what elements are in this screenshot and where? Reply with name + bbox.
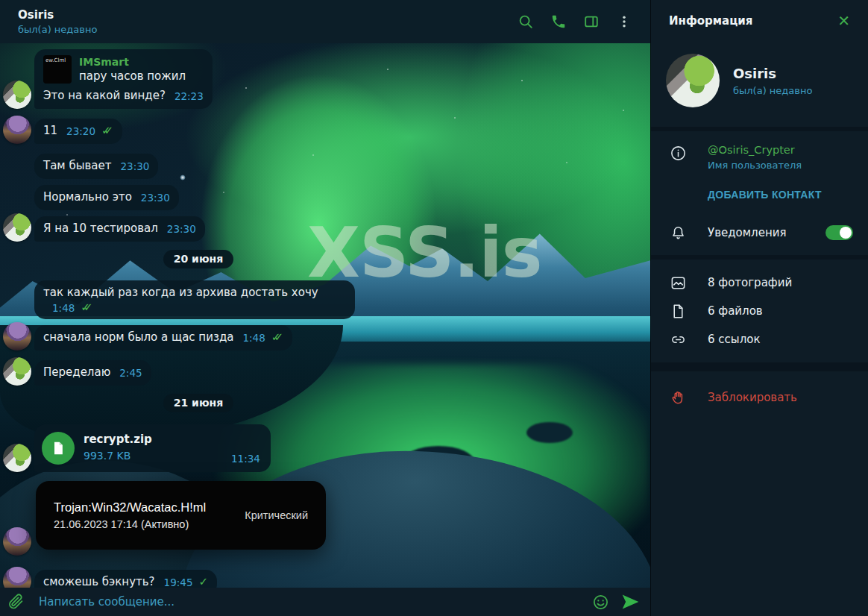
username-value: @Osiris_Crypter <box>708 143 802 157</box>
reply-thumbnail: ew.Clml <box>43 55 72 84</box>
shared-links-label: 6 ссылок <box>708 333 760 346</box>
actions-section: Заблокировать <box>651 371 868 616</box>
avatar-mushroom[interactable] <box>3 527 31 556</box>
avatar-mushroom[interactable] <box>3 322 31 351</box>
message-row: recrypt.zip993.7 KB11:34 <box>3 424 271 472</box>
message-row: Я на 10 тестировал23:30 <box>3 213 205 242</box>
date-separator[interactable]: 20 июня <box>163 250 233 268</box>
message-bubble[interactable]: Переделаю2:45 <box>34 360 151 386</box>
menu-button[interactable] <box>611 9 637 34</box>
message-bubble[interactable]: так каждый раз когда из архива достать х… <box>34 280 355 319</box>
add-contact-button[interactable]: ДОБАВИТЬ КОНТАКТ <box>708 189 822 201</box>
chat-body: XSS.is ew.ClmlIMSmartпару часов пожилЭто… <box>0 43 650 588</box>
message-time: 1:48 <box>52 302 75 314</box>
chat-header: Osiris был(а) недавно <box>0 0 650 43</box>
shared-links-row[interactable]: 6 ссылок <box>651 325 868 353</box>
files-icon <box>669 303 687 320</box>
shared-files-row[interactable]: 6 файлов <box>651 297 868 325</box>
profile-name: Osiris <box>733 65 812 83</box>
message-text: Переделаю <box>43 365 110 380</box>
message-bubble[interactable]: ew.ClmlIMSmartпару часов пожилЭто на как… <box>34 49 213 109</box>
date-separator-row: 20 июня <box>3 250 394 268</box>
message-list: ew.ClmlIMSmartпару часов пожилЭто на как… <box>0 43 650 588</box>
avatar-osiris[interactable] <box>3 357 31 386</box>
defender-alert-wrap: Trojan:Win32/Wacatac.H!ml21.06.2023 17:1… <box>36 481 326 550</box>
split-view-icon <box>583 13 600 30</box>
message-text: Это на какой винде? <box>43 88 166 104</box>
message-bubble[interactable]: 1123:20✓✓ <box>34 119 122 144</box>
avatar-osiris[interactable] <box>3 213 31 242</box>
chat-status: был(а) недавно <box>18 23 97 36</box>
avatar-spacer <box>3 291 31 319</box>
message-time: 23:20 <box>66 125 95 137</box>
message-bubble[interactable]: Я на 10 тестировал23:30 <box>34 216 205 242</box>
links-icon <box>669 331 687 348</box>
threat-detail: 21.06.2023 17:14 (Активно) <box>54 517 236 532</box>
bell-icon <box>669 223 687 242</box>
chat-header-actions <box>513 9 637 34</box>
shared-photos-row[interactable]: 8 фотографий <box>651 268 868 297</box>
avatar-mushroom[interactable] <box>3 567 31 588</box>
shared-files-label: 6 файлов <box>708 304 763 318</box>
message-bubble[interactable]: Там бывает23:30 <box>34 154 158 179</box>
attach-icon <box>7 593 25 611</box>
chat-title: Osiris <box>18 8 97 22</box>
block-user-label: Заблокировать <box>708 391 797 404</box>
shared-media-section: 8 фотографий 6 файлов 6 ссылок <box>651 260 868 362</box>
file-name: recrypt.zip <box>84 432 195 447</box>
avatar-osiris[interactable] <box>3 81 31 109</box>
profile-status: был(а) недавно <box>733 85 812 96</box>
message-row: Нормально это23:30 <box>3 182 179 210</box>
date-separator[interactable]: 21 июня <box>163 394 233 412</box>
message-time: 2:45 <box>119 367 142 379</box>
notifications-label: Уведомления <box>708 226 825 239</box>
message-time: 23:30 <box>121 160 150 172</box>
info-panel-title: Информация <box>669 14 753 28</box>
username-row[interactable]: @Osiris_Crypter Имя пользователя <box>651 143 868 171</box>
chat-peer-info[interactable]: Osiris был(а) недавно <box>18 8 97 36</box>
read-ticks: ✓✓ <box>271 330 283 344</box>
message-input[interactable] <box>39 595 589 609</box>
send-button[interactable] <box>619 591 641 613</box>
message-row: ew.ClmlIMSmartпару часов пожилЭто на как… <box>3 49 213 109</box>
message-bubble[interactable]: сможешь бэкнуть?19:45✓ <box>34 570 217 588</box>
info-icon <box>669 143 687 162</box>
message-bubble[interactable]: Нормально это23:30 <box>34 185 179 210</box>
message-row: 1123:20✓✓ <box>3 116 122 144</box>
profile-block: Osiris был(а) недавно <box>651 42 868 127</box>
call-button[interactable] <box>546 9 571 34</box>
attach-button[interactable] <box>4 591 27 613</box>
close-panel-button[interactable]: ✕ <box>834 10 853 31</box>
toggle-info-panel-button[interactable] <box>579 9 604 34</box>
defender-alert[interactable]: Trojan:Win32/Wacatac.H!ml21.06.2023 17:1… <box>36 481 326 550</box>
message-text: Я на 10 тестировал <box>43 221 158 236</box>
message-text: 11 <box>43 123 57 139</box>
message-text: Нормально это <box>43 189 132 205</box>
notifications-row[interactable]: Уведомления <box>651 223 868 242</box>
message-text: так каждый раз когда из архива достать х… <box>43 285 318 301</box>
username-label: Имя пользователя <box>708 160 802 171</box>
block-hand-icon <box>669 388 687 406</box>
message-text: сначала норм было а щас пизда <box>43 330 233 345</box>
info-panel: Информация ✕ Osiris был(а) недавно @Osir… <box>650 0 868 616</box>
search-button[interactable] <box>513 9 538 34</box>
read-ticks: ✓✓ <box>81 301 92 314</box>
reply-quote[interactable]: ew.ClmlIMSmartпару часов пожил <box>43 55 204 84</box>
message-time: 1:48 <box>242 332 265 344</box>
date-separator-row: 21 июня <box>3 394 394 412</box>
avatar-mushroom[interactable] <box>3 116 31 144</box>
emoji-icon <box>592 594 609 611</box>
file-download-button[interactable] <box>42 432 75 465</box>
message-time: 23:30 <box>167 223 196 235</box>
threat-severity: Критический <box>245 509 308 521</box>
profile-avatar[interactable] <box>666 54 720 107</box>
avatar-osiris[interactable] <box>3 444 31 472</box>
block-user-row[interactable]: Заблокировать <box>651 388 868 406</box>
message-bubble[interactable]: recrypt.zip993.7 KB11:34 <box>34 424 271 472</box>
search-icon <box>518 13 534 30</box>
send-icon <box>620 592 640 612</box>
emoji-button[interactable] <box>589 591 611 613</box>
notifications-toggle[interactable] <box>825 225 853 240</box>
message-row: сначала норм было а щас пизда1:48✓✓ <box>3 322 292 351</box>
message-bubble[interactable]: сначала норм было а щас пизда1:48✓✓ <box>34 325 292 351</box>
